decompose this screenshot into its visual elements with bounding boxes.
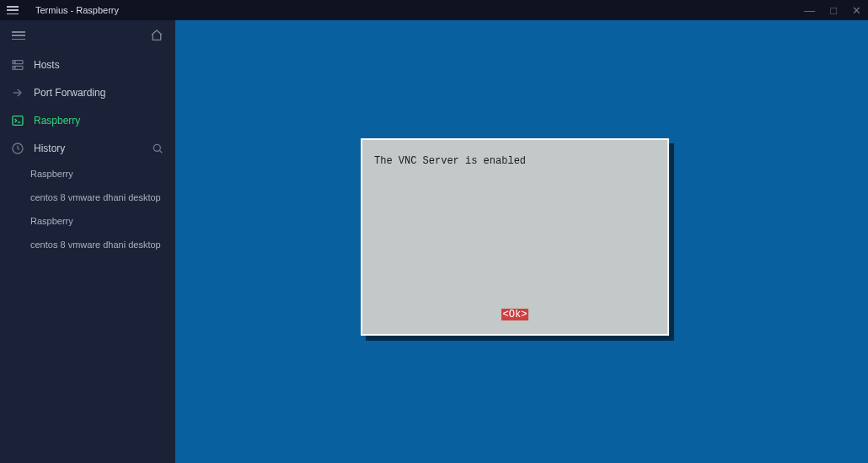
sidebar-item-label: Raspberry [34, 115, 80, 127]
sidebar-item-label: History [34, 143, 65, 154]
window-minimize-button[interactable]: — [804, 4, 815, 17]
svg-point-2 [14, 62, 15, 62]
dialog-message: The VNC Server is enabled [374, 155, 656, 167]
sidebar: Hosts Port Forwarding Raspberry History [0, 20, 175, 463]
svg-rect-4 [13, 116, 23, 125]
window-title: Termius - Raspberry [35, 5, 119, 15]
window-maximize-button[interactable]: □ [830, 4, 837, 17]
sidebar-item-label: Hosts [34, 59, 60, 71]
terminal-icon [10, 113, 25, 128]
ok-button[interactable]: <Ok> [501, 309, 529, 320]
sidebar-item-history[interactable]: History [0, 134, 175, 162]
terminal-pane[interactable]: The VNC Server is enabled <Ok> [175, 20, 868, 463]
history-item[interactable]: centos 8 vmware dhani desktop [0, 186, 175, 209]
svg-point-6 [153, 144, 160, 151]
history-item[interactable]: centos 8 vmware dhani desktop [0, 233, 175, 256]
sidebar-toggle-button[interactable] [12, 31, 25, 40]
sidebar-item-hosts[interactable]: Hosts [0, 51, 175, 78]
forward-icon [10, 85, 25, 100]
history-icon [10, 141, 25, 156]
history-item[interactable]: Raspberry [0, 209, 175, 233]
history-item[interactable]: Raspberry [0, 162, 175, 186]
app-menu-button[interactable] [7, 6, 19, 14]
svg-point-3 [14, 67, 15, 67]
window-close-button[interactable]: ✕ [852, 4, 861, 17]
search-icon[interactable] [150, 141, 165, 156]
server-icon [10, 57, 25, 73]
titlebar: Termius - Raspberry — □ ✕ [0, 0, 868, 20]
sidebar-item-port-forwarding[interactable]: Port Forwarding [0, 78, 175, 106]
sidebar-item-raspberry[interactable]: Raspberry [0, 106, 175, 134]
sidebar-item-label: Port Forwarding [34, 87, 105, 99]
home-icon[interactable] [150, 29, 163, 42]
vnc-dialog: The VNC Server is enabled <Ok> [361, 138, 669, 336]
